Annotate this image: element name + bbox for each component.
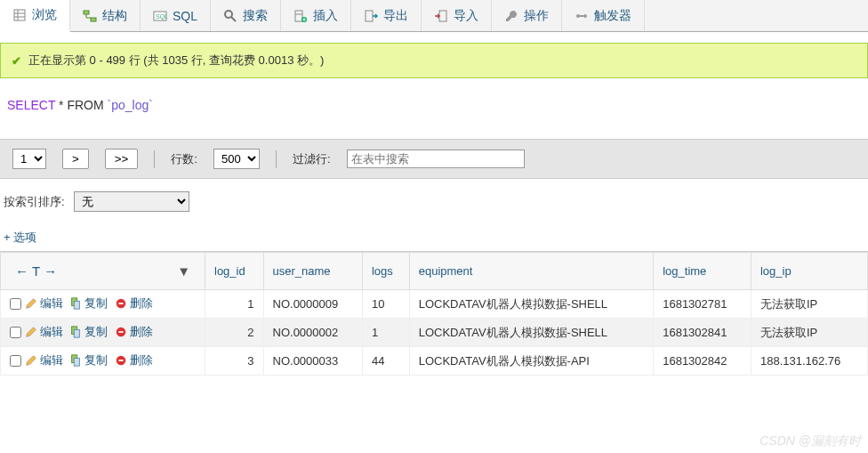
sort-indicator-icon[interactable]: ▼ [177, 263, 190, 279]
edit-link[interactable]: 编辑 [25, 295, 63, 311]
tab-insert[interactable]: 插入 [281, 0, 351, 31]
delete-icon [115, 354, 127, 367]
table-row: 编辑 复制 删除 1 NO.0000009 10 LOCKDATAV机器人模拟数… [1, 290, 868, 319]
rows-label: 行数: [171, 151, 197, 167]
tab-label: 操作 [524, 8, 549, 24]
tab-structure[interactable]: 结构 [70, 0, 141, 31]
row-checkbox[interactable] [10, 327, 21, 338]
tab-search[interactable]: 搜索 [211, 0, 281, 31]
delete-icon [115, 326, 127, 338]
delete-link[interactable]: 删除 [115, 352, 153, 368]
tab-label: 搜索 [243, 8, 268, 24]
cell-log-ip: 无法获取IP [751, 319, 867, 347]
edit-link[interactable]: 编辑 [25, 324, 63, 340]
tab-label: 插入 [313, 8, 338, 24]
pencil-icon [25, 354, 37, 367]
check-icon: ✔ [12, 54, 21, 68]
cell-user-name: NO.0000009 [263, 290, 362, 319]
svg-rect-10 [295, 11, 302, 21]
export-icon [364, 9, 378, 23]
tab-import[interactable]: 导入 [422, 0, 492, 31]
row-checkbox[interactable] [10, 355, 21, 367]
svg-rect-29 [75, 358, 80, 366]
delete-icon [115, 297, 127, 310]
options-toggle[interactable]: + 选项 [0, 224, 868, 251]
svg-rect-21 [75, 301, 80, 309]
cell-log-id: 2 [205, 319, 264, 347]
copy-icon [69, 354, 82, 367]
pager-bar: 1 > >> 行数: 500 过滤行: [0, 139, 868, 179]
cell-equipment: LOCKDATAV机器人模拟数据-SHELL [409, 319, 654, 347]
status-text: 正在显示第 0 - 499 行 (共 1035 行, 查询花费 0.0013 秒… [28, 53, 324, 69]
row-checkbox[interactable] [10, 298, 21, 310]
wrench-icon [504, 9, 518, 23]
copy-icon [69, 297, 82, 310]
arrow-right[interactable]: → [44, 263, 57, 279]
tab-label: 导出 [383, 8, 408, 24]
sort-select[interactable]: 无 [74, 191, 189, 212]
tab-browse[interactable]: 浏览 [0, 0, 70, 32]
cell-log-id: 1 [205, 290, 264, 319]
copy-link[interactable]: 复制 [69, 295, 108, 311]
copy-link[interactable]: 复制 [69, 352, 108, 368]
cell-user-name: NO.0000033 [263, 347, 362, 376]
svg-point-18 [583, 14, 587, 18]
col-log-time[interactable]: log_time [654, 253, 751, 290]
sql-query: SELECT * FROM `po_log` [0, 89, 868, 139]
table-row: 编辑 复制 删除 2 NO.0000002 1 LOCKDATAV机器人模拟数据… [1, 319, 868, 347]
svg-point-8 [225, 11, 232, 18]
page-last-button[interactable]: >> [105, 149, 139, 169]
cell-log-time: 1681302841 [654, 319, 751, 347]
structure-icon [83, 9, 97, 23]
cell-log-ip: 188.131.162.76 [751, 347, 867, 376]
cell-log-time: 1681302781 [654, 290, 751, 319]
page-next-button[interactable]: > [62, 149, 89, 169]
trigger-icon [575, 9, 589, 23]
tab-operations[interactable]: 操作 [492, 0, 562, 31]
svg-rect-25 [75, 329, 80, 337]
filter-input[interactable] [347, 150, 525, 168]
tab-triggers[interactable]: 触发器 [562, 0, 645, 31]
cell-log-time: 1681302842 [654, 347, 751, 376]
cell-logs: 10 [362, 290, 409, 319]
cell-logs: 1 [362, 319, 409, 347]
column-arrows: ← T → ▼ [10, 258, 196, 284]
tab-sql[interactable]: SQL SQL [141, 0, 211, 31]
sql-table: `po_log` [108, 98, 153, 112]
tab-label: SQL [173, 9, 197, 23]
svg-text:SQL: SQL [156, 13, 167, 20]
search-icon [223, 9, 237, 23]
cell-user-name: NO.0000002 [263, 319, 362, 347]
tab-export[interactable]: 导出 [351, 0, 422, 31]
tab-label: 浏览 [32, 7, 57, 23]
copy-link[interactable]: 复制 [69, 324, 108, 340]
col-log-ip[interactable]: log_ip [751, 253, 867, 290]
col-logs[interactable]: logs [362, 253, 409, 290]
rows-select[interactable]: 500 [213, 149, 260, 169]
svg-rect-5 [91, 18, 96, 21]
cell-equipment: LOCKDATAV机器人模拟数据-API [409, 347, 654, 376]
insert-icon [293, 9, 308, 23]
cell-equipment: LOCKDATAV机器人模拟数据-SHELL [409, 290, 654, 319]
col-log-id[interactable]: log_id [205, 253, 264, 290]
delete-link[interactable]: 删除 [115, 324, 153, 340]
cell-log-ip: 无法获取IP [751, 290, 867, 319]
sort-row: 按索引排序: 无 [0, 179, 868, 224]
svg-rect-16 [439, 11, 446, 21]
table-row: 编辑 复制 删除 3 NO.0000033 44 LOCKDATAV机器人模拟数… [1, 347, 868, 376]
sql-icon: SQL [153, 9, 167, 23]
copy-icon [69, 326, 82, 338]
cell-logs: 44 [362, 347, 409, 376]
col-user-name[interactable]: user_name [263, 253, 362, 290]
delete-link[interactable]: 删除 [115, 295, 153, 311]
filter-label: 过滤行: [293, 151, 331, 167]
svg-rect-15 [366, 11, 373, 21]
svg-rect-4 [84, 11, 89, 14]
status-bar: ✔ 正在显示第 0 - 499 行 (共 1035 行, 查询花费 0.0013… [0, 43, 868, 78]
arrow-left[interactable]: ← [15, 263, 28, 279]
edit-link[interactable]: 编辑 [25, 352, 63, 368]
pencil-icon [25, 326, 37, 338]
arrow-t[interactable]: T [32, 263, 40, 279]
col-equipment[interactable]: equipment [409, 253, 654, 290]
page-select[interactable]: 1 [12, 149, 46, 169]
